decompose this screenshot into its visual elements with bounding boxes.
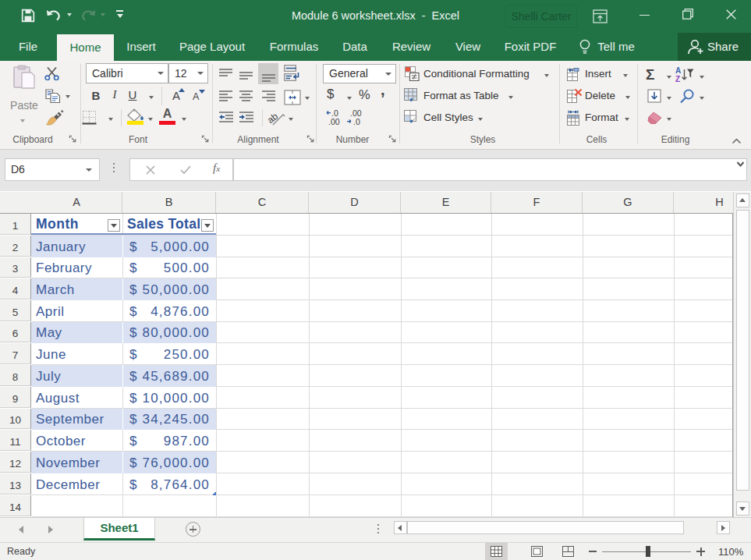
svg-text:Z: Z bbox=[675, 75, 680, 83]
svg-text:.0: .0 bbox=[353, 117, 360, 126]
svg-text:A: A bbox=[675, 66, 681, 75]
svg-text:.00: .00 bbox=[328, 117, 340, 126]
